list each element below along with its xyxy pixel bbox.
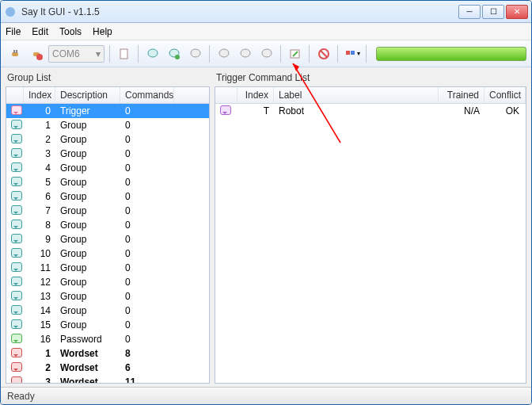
table-row[interactable]: 6Group0 bbox=[6, 189, 209, 204]
svg-rect-17 bbox=[346, 51, 350, 55]
palette-icon bbox=[344, 48, 357, 60]
col-conflict[interactable]: Conflict bbox=[484, 87, 526, 103]
disconnect-button[interactable] bbox=[27, 44, 45, 63]
table-row[interactable]: 1Wordset8 bbox=[6, 346, 209, 361]
speech-bubble-icon bbox=[11, 362, 22, 372]
row-index: 7 bbox=[24, 205, 55, 216]
table-row[interactable]: 10Group0 bbox=[6, 246, 209, 261]
table-row[interactable]: TRobotN/AOK bbox=[215, 104, 526, 118]
row-index: 3 bbox=[24, 376, 55, 383]
status-text: Ready bbox=[7, 391, 35, 402]
window-buttons: ─ ☐ ✕ bbox=[458, 5, 528, 19]
svg-line-16 bbox=[321, 51, 327, 57]
speech-1-button[interactable] bbox=[143, 44, 162, 63]
table-row[interactable]: 11Group0 bbox=[6, 261, 209, 275]
row-commands: 0 bbox=[120, 262, 174, 273]
speech-bubble-icon bbox=[11, 205, 22, 215]
row-index: 11 bbox=[24, 262, 55, 273]
row-index: 6 bbox=[24, 191, 55, 202]
titlebar: Say It GUI - v1.1.5 ─ ☐ ✕ bbox=[1, 1, 531, 23]
minimize-button[interactable]: ─ bbox=[458, 5, 481, 19]
speech-grey-icon bbox=[189, 48, 202, 60]
speech-4-button[interactable] bbox=[215, 44, 233, 63]
speech-3-button[interactable] bbox=[186, 44, 204, 63]
table-row[interactable]: 2Wordset6 bbox=[6, 361, 209, 375]
menu-help[interactable]: Help bbox=[93, 26, 112, 37]
row-description: Group bbox=[55, 291, 120, 302]
row-commands: 0 bbox=[120, 334, 174, 345]
svg-rect-3 bbox=[16, 50, 17, 53]
separator bbox=[309, 45, 310, 63]
row-commands: 0 bbox=[120, 162, 174, 174]
group-list-table: Index Description Commands 0Trigger01Gro… bbox=[6, 86, 210, 384]
palette-button[interactable]: ▾ bbox=[343, 44, 361, 63]
row-index: 9 bbox=[24, 234, 55, 245]
speech-bubble-icon bbox=[11, 105, 22, 115]
col-index[interactable]: Index bbox=[238, 87, 274, 103]
svg-point-12 bbox=[241, 49, 250, 57]
connect-button[interactable] bbox=[6, 44, 24, 63]
row-commands: 0 bbox=[120, 319, 174, 330]
row-label: Robot bbox=[274, 105, 439, 117]
col-commands[interactable]: Commands bbox=[120, 87, 174, 103]
speech-bubble-icon bbox=[11, 248, 22, 258]
table-row[interactable]: 16Password0 bbox=[6, 332, 209, 346]
table-row[interactable]: 3Wordset11 bbox=[6, 375, 209, 383]
row-commands: 6 bbox=[120, 362, 174, 373]
speech-bubble-icon bbox=[11, 120, 22, 129]
row-conflict: OK bbox=[484, 105, 526, 117]
speech-bubble-icon bbox=[11, 376, 22, 384]
menu-file[interactable]: File bbox=[6, 26, 21, 37]
maximize-button[interactable]: ☐ bbox=[482, 5, 504, 19]
col-index[interactable]: Index bbox=[24, 87, 55, 103]
row-description: Group bbox=[55, 234, 120, 245]
col-icon[interactable] bbox=[215, 87, 238, 103]
separator bbox=[337, 45, 338, 63]
svg-rect-18 bbox=[351, 51, 355, 55]
row-description: Group bbox=[55, 148, 120, 159]
table-row[interactable]: 15Group0 bbox=[6, 318, 209, 332]
row-description: Group bbox=[55, 134, 120, 145]
speech-5-button[interactable] bbox=[236, 44, 254, 63]
table-row[interactable]: 14Group0 bbox=[6, 304, 209, 318]
separator bbox=[366, 45, 367, 63]
col-description[interactable]: Description bbox=[55, 87, 120, 103]
col-label[interactable]: Label bbox=[274, 87, 439, 103]
table-row[interactable]: 13Group0 bbox=[6, 289, 209, 304]
table-row[interactable]: 8Group0 bbox=[6, 218, 209, 232]
speech-grey-icon bbox=[218, 48, 230, 60]
cancel-button[interactable] bbox=[314, 44, 332, 63]
close-button[interactable]: ✕ bbox=[506, 5, 528, 19]
table-row[interactable]: 7Group0 bbox=[6, 204, 209, 218]
row-index: T bbox=[238, 105, 274, 117]
menu-tools[interactable]: Tools bbox=[59, 26, 82, 37]
table-row[interactable]: 0Trigger0 bbox=[6, 104, 209, 118]
table-row[interactable]: 1Group0 bbox=[6, 118, 209, 132]
table-row[interactable]: 12Group0 bbox=[6, 275, 209, 289]
command-list-title: Trigger Command List bbox=[215, 71, 526, 86]
speech-bubble-icon bbox=[11, 177, 22, 186]
row-commands: 0 bbox=[120, 234, 174, 245]
row-description: Group bbox=[55, 191, 120, 202]
row-commands: 0 bbox=[120, 248, 174, 259]
col-trained[interactable]: Trained bbox=[439, 87, 484, 103]
edit-button[interactable] bbox=[286, 44, 304, 63]
table-row[interactable]: 4Group0 bbox=[6, 161, 209, 175]
speech-2-button[interactable] bbox=[165, 44, 183, 63]
table-row[interactable]: 2Group0 bbox=[6, 132, 209, 147]
svg-point-9 bbox=[175, 55, 180, 59]
speech-6-button[interactable] bbox=[257, 44, 276, 63]
col-icon[interactable] bbox=[6, 87, 24, 103]
table-row[interactable]: 3Group0 bbox=[6, 147, 209, 161]
table-row[interactable]: 9Group0 bbox=[6, 232, 209, 246]
row-index: 16 bbox=[24, 334, 55, 345]
row-commands: 0 bbox=[120, 120, 174, 131]
document-button[interactable] bbox=[115, 44, 133, 63]
table-row[interactable]: 5Group0 bbox=[6, 175, 209, 189]
port-select[interactable]: COM6 ▾ bbox=[48, 45, 104, 63]
row-index: 0 bbox=[24, 105, 55, 117]
group-list-body: 0Trigger01Group02Group03Group04Group05Gr… bbox=[6, 104, 209, 383]
menu-edit[interactable]: Edit bbox=[32, 26, 48, 37]
separator bbox=[280, 45, 281, 63]
row-index: 8 bbox=[24, 220, 55, 231]
